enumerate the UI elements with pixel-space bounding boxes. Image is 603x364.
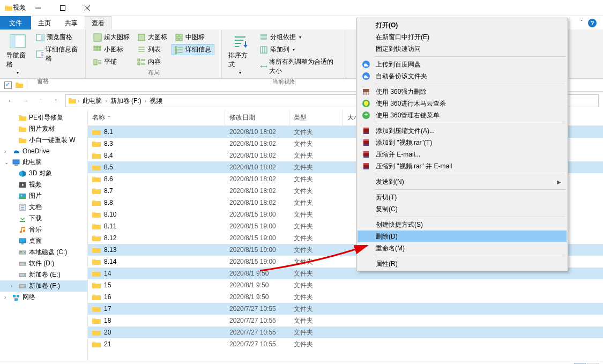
tree-item[interactable]: ›网络 <box>0 292 87 303</box>
crumb-folder[interactable]: 视频 <box>147 96 165 106</box>
tab-file[interactable]: 文件 <box>0 16 31 29</box>
col-name-header[interactable]: 名称⌃ <box>88 110 225 125</box>
layout-details[interactable]: 详细信息 <box>172 44 214 55</box>
tree-item[interactable]: 小白一键重装 W <box>0 135 87 146</box>
ctx-open-new-window[interactable]: 在新窗口中打开(E) <box>358 31 567 43</box>
ctx-baidu-backup[interactable]: 自动备份该文件夹 <box>358 70 567 82</box>
ctx-open[interactable]: 打开(O) <box>358 19 567 31</box>
file-name: 8.5 <box>104 164 113 171</box>
tree-item[interactable]: 新加卷 (E:) <box>0 269 87 280</box>
tree-item[interactable]: 图片素材 <box>0 123 87 135</box>
group-by-option[interactable]: 分组依据▾ <box>256 32 342 43</box>
folder-icon <box>92 152 101 159</box>
tree-item[interactable]: 本地磁盘 (C:) <box>0 247 87 258</box>
file-type: 文件夹 <box>289 246 343 255</box>
layout-large[interactable]: 大图标 <box>134 32 170 43</box>
tab-home[interactable]: 主页 <box>31 16 58 29</box>
svg-rect-60 <box>363 132 369 134</box>
folder-icon <box>92 222 101 230</box>
table-row[interactable]: 182020/7/27 10:55文件夹 <box>88 315 603 326</box>
svg-rect-19 <box>175 47 177 48</box>
tree-item[interactable]: 文档 <box>0 202 87 213</box>
rar-icon <box>362 127 370 135</box>
rar-icon <box>362 150 370 159</box>
layout-medium[interactable]: 中图标 <box>172 32 214 43</box>
size-all-columns-option[interactable]: 将所有列调整为合适的大小 <box>256 56 342 77</box>
file-name: 8.7 <box>104 187 113 195</box>
svg-point-31 <box>21 195 23 196</box>
tree-item[interactable]: ⌄此电脑 <box>0 157 87 168</box>
tree-item[interactable]: ›OneDrive <box>0 146 87 157</box>
details-pane-option[interactable]: 详细信息窗格 <box>33 44 81 64</box>
svg-rect-24 <box>138 63 140 65</box>
tree-item[interactable]: 软件 (D:) <box>0 258 87 269</box>
ctx-cut[interactable]: 剪切(T) <box>358 191 567 203</box>
table-row[interactable]: 172020/7/27 10:55文件夹 <box>88 303 603 315</box>
nav-tree[interactable]: PE引导修复图片素材小白一键重装 W›OneDrive⌄此电脑3D 对象视频图片… <box>0 110 88 361</box>
crumb-drive[interactable]: 新加卷 (F:) <box>108 96 144 106</box>
tree-item[interactable]: 音乐 <box>0 224 87 235</box>
file-type: 文件夹 <box>289 269 343 278</box>
tab-share[interactable]: 共享 <box>58 16 85 29</box>
table-row[interactable]: 162020/8/1 9:50文件夹 <box>88 291 603 303</box>
ctx-pin-quick-access[interactable]: 固定到快速访问 <box>358 43 567 55</box>
close-button[interactable] <box>75 0 100 16</box>
svg-rect-10 <box>180 34 182 37</box>
ctx-360-scan[interactable]: 使用 360进行木马云查杀 <box>358 98 567 109</box>
svg-rect-45 <box>13 295 16 297</box>
col-date-header[interactable]: 修改日期 <box>225 110 289 125</box>
ctx-rar-add-name[interactable]: 添加到 "视频.rar"(T) <box>358 137 567 148</box>
desktop-icon <box>18 237 27 246</box>
tree-item-label: 本地磁盘 (C:) <box>29 248 67 257</box>
layout-tiles[interactable]: 平铺 <box>90 56 133 68</box>
tree-item[interactable]: 视频 <box>0 179 87 190</box>
ctx-rename[interactable]: 重命名(M) <box>358 242 567 254</box>
maximize-button[interactable] <box>50 0 75 16</box>
tree-item[interactable]: PE引导修复 <box>0 112 87 123</box>
select-all-checkbox[interactable] <box>4 81 12 89</box>
file-date: 2020/8/15 19:00 <box>225 211 289 218</box>
col-type-header[interactable]: 类型 <box>289 110 343 125</box>
tree-item[interactable]: 下载 <box>0 213 87 224</box>
ctx-send-to[interactable]: 发送到(N)▶ <box>358 176 567 188</box>
table-row[interactable]: 152020/8/1 9:50文件夹 <box>88 279 603 291</box>
ctx-rar-add[interactable]: 添加到压缩文件(A)... <box>358 125 567 137</box>
minimize-button[interactable] <box>26 0 50 16</box>
nav-pane-button[interactable]: 导航窗格 ▾ <box>4 32 31 76</box>
tree-item[interactable]: ›新加卷 (F:) <box>0 280 87 292</box>
ctx-create-shortcut[interactable]: 创建快捷方式(S) <box>358 219 567 231</box>
tree-item-label: 新加卷 (E:) <box>29 270 61 279</box>
add-columns-option[interactable]: 添加列▾ <box>256 44 342 55</box>
tree-item[interactable]: 3D 对象 <box>0 168 87 179</box>
tree-item[interactable]: 图片 <box>0 190 87 202</box>
ctx-baidu-upload[interactable]: 上传到百度网盘 <box>358 58 567 70</box>
preview-pane-option[interactable]: 预览窗格 <box>33 32 81 43</box>
ctx-copy[interactable]: 复制(C) <box>358 203 567 215</box>
table-row[interactable]: 212020/7/27 10:55文件夹 <box>88 338 603 350</box>
ctx-properties[interactable]: 属性(R) <box>358 258 567 270</box>
sort-by-button[interactable]: 排序方式 ▾ <box>226 32 254 76</box>
tree-item[interactable]: 桌面 <box>0 235 87 247</box>
ctx-rar-email[interactable]: 压缩并 E-mail... <box>358 148 567 160</box>
file-date: 2020/8/10 18:02 <box>225 128 289 136</box>
tab-view[interactable]: 查看 <box>85 16 111 29</box>
ctx-rar-email-name[interactable]: 压缩到 "视频.rar" 并 E-mail <box>358 160 567 172</box>
help-icon[interactable]: ? <box>588 19 597 27</box>
layout-content[interactable]: 内容 <box>134 56 170 68</box>
layout-extra-large[interactable]: 超大图标 <box>90 32 133 43</box>
ctx-360-delete[interactable]: 使用 360强力删除 <box>358 86 567 98</box>
collapse-ribbon-icon[interactable]: ˇ <box>580 19 583 27</box>
crumb-this-pc[interactable]: 此电脑 <box>80 96 104 106</box>
svg-rect-2 <box>10 35 16 48</box>
nav-back-button[interactable]: ← <box>4 94 17 107</box>
ctx-360-menu[interactable]: +使用 360管理右键菜单 <box>358 109 567 121</box>
nav-recent-button[interactable]: ˇ <box>34 94 47 107</box>
table-row[interactable]: 202020/7/27 10:55文件夹 <box>88 326 603 338</box>
ctx-delete[interactable]: 删除(D) <box>358 231 567 242</box>
nav-up-button[interactable]: ↑ <box>49 94 62 107</box>
layout-small[interactable]: 小图标 <box>90 44 133 55</box>
file-name: 20 <box>104 329 111 336</box>
layout-list[interactable]: 列表 <box>134 44 170 55</box>
folder-icon <box>92 281 101 289</box>
nav-forward-button[interactable]: → <box>19 94 32 107</box>
